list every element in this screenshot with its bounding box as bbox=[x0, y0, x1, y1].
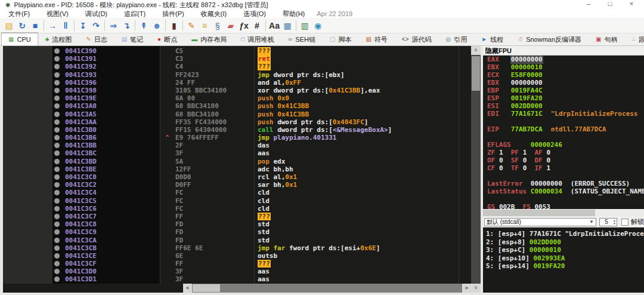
execute-till-return-icon[interactable]: ⇒ bbox=[107, 20, 120, 32]
breakpoint-dot[interactable] bbox=[54, 214, 60, 219]
register-value[interactable]: 0019FA20 bbox=[511, 94, 543, 102]
disasm-row[interactable]: 0041C3CFFF??? bbox=[3, 260, 471, 268]
breakpoint-dot[interactable] bbox=[54, 174, 60, 180]
menu-favourites[interactable]: 收藏夹(I) bbox=[193, 10, 235, 19]
menu-debug[interactable]: 调试(D) bbox=[77, 10, 116, 19]
patch-icon[interactable]: ✎ bbox=[185, 20, 198, 32]
disasm-row[interactable]: 0041C391C3ret bbox=[3, 55, 471, 63]
calculator-icon[interactable]: ▦ bbox=[281, 20, 294, 32]
tab-source[interactable]: <>源代码 bbox=[395, 33, 439, 45]
font-icon[interactable]: Aa bbox=[268, 20, 281, 32]
scroll-left-arrow[interactable]: < bbox=[183, 284, 192, 293]
register-value[interactable]: 77AB7DCA bbox=[511, 125, 543, 133]
flag-value[interactable]: 0 bbox=[499, 156, 511, 164]
tab-script[interactable]: ▢脚本 bbox=[323, 33, 358, 45]
open-file-icon[interactable]: ▤ bbox=[2, 20, 16, 32]
disasm-row[interactable]: 0041C3D03Faas bbox=[3, 268, 471, 275]
stack-argument-row[interactable]: 5: [esp+14] 0019FA20 bbox=[483, 262, 644, 271]
disasm-row[interactable]: 0041C3C9FDstd bbox=[3, 228, 471, 236]
calling-convention-dropdown[interactable]: 默认 (stdcall) ▼ bbox=[484, 218, 596, 226]
breakpoint-dot[interactable] bbox=[54, 56, 60, 62]
tab-notes[interactable]: ▤笔记 bbox=[114, 33, 150, 45]
register-value[interactable]: 00000010 bbox=[511, 63, 543, 71]
menu-trace[interactable]: 追踪(T) bbox=[116, 10, 154, 19]
registers-horizontal-scrollbar[interactable] bbox=[483, 209, 644, 217]
register-value[interactable]: 002DD000 bbox=[511, 102, 543, 110]
breakpoint-dot[interactable] bbox=[54, 103, 60, 109]
minimize-button[interactable]: – bbox=[584, 0, 593, 7]
disasm-row[interactable]: 0041C3BD5Apop edx bbox=[3, 158, 471, 165]
disasm-row[interactable]: 0041C3BC3Faas bbox=[3, 149, 471, 157]
breakpoint-dot[interactable] bbox=[54, 167, 60, 172]
register-value[interactable]: 0019FA4C bbox=[511, 87, 543, 94]
disasm-row[interactable]: 0041C3C6FCcld bbox=[3, 205, 471, 213]
breakpoint-dot[interactable] bbox=[54, 245, 60, 251]
breakpoint-dot[interactable] bbox=[54, 143, 60, 148]
breakpoint-dot[interactable] bbox=[54, 253, 60, 259]
breakpoint-dot[interactable] bbox=[54, 276, 60, 282]
breakpoint-dot[interactable] bbox=[54, 159, 60, 164]
breakpoint-dot[interactable] bbox=[54, 88, 60, 93]
run-to-user-code-icon[interactable]: ☻ bbox=[150, 20, 163, 32]
breakpoint-dot[interactable] bbox=[54, 127, 60, 133]
breakpoint-dot[interactable] bbox=[54, 190, 60, 195]
breakpoint-dot[interactable] bbox=[54, 206, 60, 211]
disasm-row[interactable]: 0041C3A068 BBC34100push 0x41C3BB bbox=[3, 102, 471, 110]
tab-threads[interactable]: ►线程 bbox=[474, 33, 510, 45]
register-value[interactable]: E58F0000 bbox=[511, 71, 543, 79]
maximize-button[interactable]: □ bbox=[606, 0, 614, 7]
stop-icon[interactable]: ■ bbox=[29, 20, 42, 32]
disasm-row[interactable]: 0041C3CAFDstd bbox=[3, 236, 471, 244]
step-over-icon[interactable]: ↷ bbox=[89, 20, 103, 32]
flag-value[interactable]: 1 bbox=[523, 149, 535, 156]
step-into-icon[interactable]: ↧ bbox=[76, 20, 89, 32]
disasm-row[interactable]: 0041C3BB2Fdas bbox=[3, 142, 471, 149]
breakpoint-dot[interactable] bbox=[54, 135, 60, 140]
tab-cpu[interactable]: ▦CPU bbox=[1, 32, 38, 45]
tab-handles[interactable]: ▣句柄 bbox=[589, 33, 624, 45]
disasm-row[interactable]: 0041C3BE12FFadc bh,bh bbox=[3, 165, 471, 173]
breakpoint-dot[interactable] bbox=[54, 119, 60, 125]
flag-value[interactable]: 0 bbox=[546, 156, 558, 164]
menu-options[interactable]: 选项(O) bbox=[235, 10, 274, 19]
breakpoint-dot[interactable] bbox=[54, 238, 60, 243]
breakpoint-dot[interactable] bbox=[54, 80, 60, 85]
tab-memory-map[interactable]: ▬内存布局 bbox=[184, 33, 234, 45]
menu-file[interactable]: 文件(F) bbox=[0, 10, 38, 19]
breakpoint-dot[interactable] bbox=[54, 150, 60, 156]
breakpoint-dot[interactable] bbox=[54, 229, 60, 235]
register-value[interactable]: C0000034 bbox=[531, 188, 562, 195]
breakpoint-dot[interactable] bbox=[54, 222, 60, 227]
menu-view[interactable]: 视图(V) bbox=[38, 10, 77, 19]
register-value[interactable]: 00000000 bbox=[511, 79, 543, 87]
stepper-down-icon[interactable]: ▼ bbox=[613, 222, 616, 225]
breakpoint-dot[interactable] bbox=[54, 48, 60, 54]
argument-count-stepper[interactable]: 5 ▲ ▼ bbox=[599, 218, 617, 226]
unlock-checkbox[interactable] bbox=[621, 219, 628, 226]
menu-help[interactable]: 帮助(H) bbox=[274, 10, 313, 19]
disasm-row[interactable]: 0041C393FF2423jmp dword ptr ds:[ebx] bbox=[3, 71, 471, 79]
tab-log[interactable]: ✎日志 bbox=[79, 33, 114, 45]
flag-value[interactable]: 0 bbox=[499, 164, 511, 172]
fx-icon[interactable]: ƒx bbox=[237, 20, 250, 32]
disasm-row[interactable]: 0041C3C0D0D0rcl al,0x1 bbox=[3, 173, 471, 181]
attach-icon[interactable]: § bbox=[211, 20, 224, 32]
disasm-row[interactable]: 0041C3C5FCcld bbox=[3, 197, 471, 205]
hide-fpu-button[interactable]: 隐藏FPU bbox=[483, 46, 644, 56]
flag-value[interactable]: 1 bbox=[499, 149, 511, 156]
register-value[interactable]: 00000000 bbox=[531, 180, 562, 188]
breakpoint-dot[interactable] bbox=[54, 96, 60, 101]
disasm-row[interactable]: 0041C3A568 BBC34100push 0x41C3BB bbox=[3, 110, 471, 118]
pause-icon[interactable]: ‖ bbox=[59, 20, 72, 32]
stack-argument-row[interactable]: 3: [esp+C] 00000010 bbox=[483, 246, 644, 254]
breakpoint-dot[interactable] bbox=[54, 269, 60, 274]
vertical-scroll-thumb[interactable] bbox=[472, 56, 480, 91]
disasm-row[interactable]: 0041C3B0FF15 64304000call dword ptr ds:[… bbox=[3, 126, 471, 134]
scroll-right-arrow[interactable]: > bbox=[462, 284, 471, 293]
globe-icon[interactable]: ◉ bbox=[311, 20, 324, 32]
disasm-row[interactable]: 0041C3983105 BBC34100xor dword ptr ds:[0… bbox=[3, 87, 471, 94]
hide-debugger-icon[interactable]: ▮ bbox=[168, 20, 181, 32]
tab-snowman[interactable]: ☃Snowman反编译器 bbox=[510, 33, 589, 45]
comments-icon[interactable]: ≡ bbox=[198, 20, 211, 32]
disasm-vertical-scrollbar[interactable]: ˄ ˅ bbox=[471, 46, 481, 293]
